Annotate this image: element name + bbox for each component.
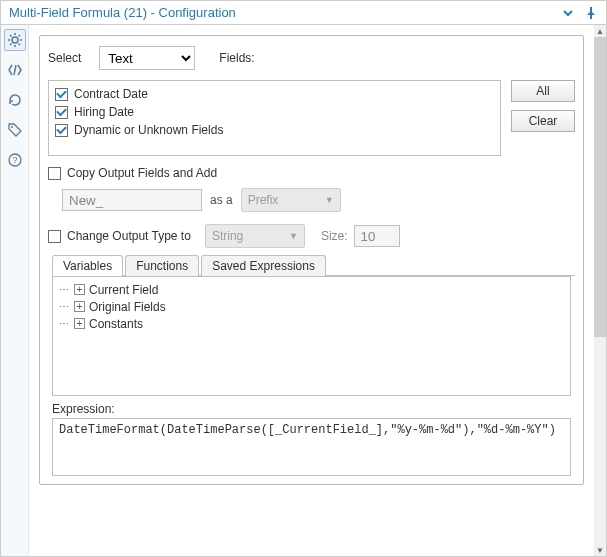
tree-item[interactable]: ⋯ + Constants: [59, 315, 564, 332]
prefix-suffix-dropdown: Prefix▼: [241, 188, 341, 212]
expression-label: Expression:: [52, 402, 571, 416]
config-groupbox: Select Text Fields: Contract Date: [39, 35, 584, 485]
field-checkbox-row[interactable]: Hiring Date: [55, 103, 494, 121]
copy-output-checkbox[interactable]: [48, 167, 61, 180]
svg-point-0: [12, 37, 18, 43]
all-button[interactable]: All: [511, 80, 575, 102]
checkbox-icon[interactable]: [55, 106, 68, 119]
window-titlebar: Multi-Field Formula (21) - Configuration: [1, 1, 606, 25]
svg-line-5: [10, 35, 12, 37]
svg-point-10: [11, 126, 13, 128]
xml-icon[interactable]: [4, 59, 26, 81]
field-label: Hiring Date: [74, 105, 134, 119]
as-a-label: as a: [210, 193, 233, 207]
tab-functions[interactable]: Functions: [125, 255, 199, 276]
expression-editor[interactable]: DateTimeFormat(DateTimeParse([_CurrentFi…: [52, 418, 571, 476]
variables-tree[interactable]: ⋯ + Current Field ⋯ + Original Fields ⋯ …: [52, 276, 571, 396]
svg-text:?: ?: [12, 155, 17, 165]
config-icon[interactable]: [4, 29, 26, 51]
tag-icon[interactable]: [4, 119, 26, 141]
change-type-checkbox[interactable]: [48, 230, 61, 243]
field-label: Contract Date: [74, 87, 148, 101]
expand-icon[interactable]: +: [74, 284, 85, 295]
tree-item[interactable]: ⋯ + Original Fields: [59, 298, 564, 315]
checkbox-icon[interactable]: [55, 124, 68, 137]
scrollbar-up[interactable]: ▲: [594, 25, 606, 37]
svg-line-6: [18, 44, 20, 46]
scrollbar-down[interactable]: ▼: [594, 544, 606, 556]
help-icon[interactable]: ?: [4, 149, 26, 171]
tree-label: Original Fields: [89, 300, 166, 314]
field-checkbox-row[interactable]: Dynamic or Unknown Fields: [55, 121, 494, 139]
tab-saved-expressions[interactable]: Saved Expressions: [201, 255, 326, 276]
scrollbar-thumb[interactable]: [594, 37, 606, 337]
tab-variables[interactable]: Variables: [52, 255, 123, 276]
size-label: Size:: [321, 229, 348, 243]
left-tool-sidebar: ?: [1, 25, 29, 556]
size-input: [354, 225, 400, 247]
field-checkbox-row[interactable]: Contract Date: [55, 85, 494, 103]
tree-connector-icon: ⋯: [59, 318, 68, 329]
tree-connector-icon: ⋯: [59, 284, 68, 295]
tree-item[interactable]: ⋯ + Current Field: [59, 281, 564, 298]
checkbox-icon[interactable]: [55, 88, 68, 101]
select-label: Select: [48, 51, 81, 65]
fields-list[interactable]: Contract Date Hiring Date Dynamic or Unk…: [48, 80, 501, 156]
output-type-dropdown: String▼: [205, 224, 305, 248]
fields-label: Fields:: [219, 51, 254, 65]
svg-line-9: [14, 65, 16, 75]
tree-label: Current Field: [89, 283, 158, 297]
refresh-icon[interactable]: [4, 89, 26, 111]
svg-line-7: [10, 44, 12, 46]
change-type-label: Change Output Type to: [67, 229, 191, 243]
field-label: Dynamic or Unknown Fields: [74, 123, 223, 137]
svg-line-8: [18, 35, 20, 37]
expression-text: DateTimeFormat(DateTimeParse([_CurrentFi…: [59, 423, 556, 437]
copy-output-label: Copy Output Fields and Add: [67, 166, 217, 180]
tree-label: Constants: [89, 317, 143, 331]
collapse-icon[interactable]: [562, 7, 574, 19]
pin-icon[interactable]: [584, 6, 598, 20]
select-type-dropdown[interactable]: Text: [99, 46, 195, 70]
window-title: Multi-Field Formula (21) - Configuration: [9, 5, 236, 20]
tree-connector-icon: ⋯: [59, 301, 68, 312]
expand-icon[interactable]: +: [74, 318, 85, 329]
clear-button[interactable]: Clear: [511, 110, 575, 132]
expand-icon[interactable]: +: [74, 301, 85, 312]
prefix-input: [62, 189, 202, 211]
